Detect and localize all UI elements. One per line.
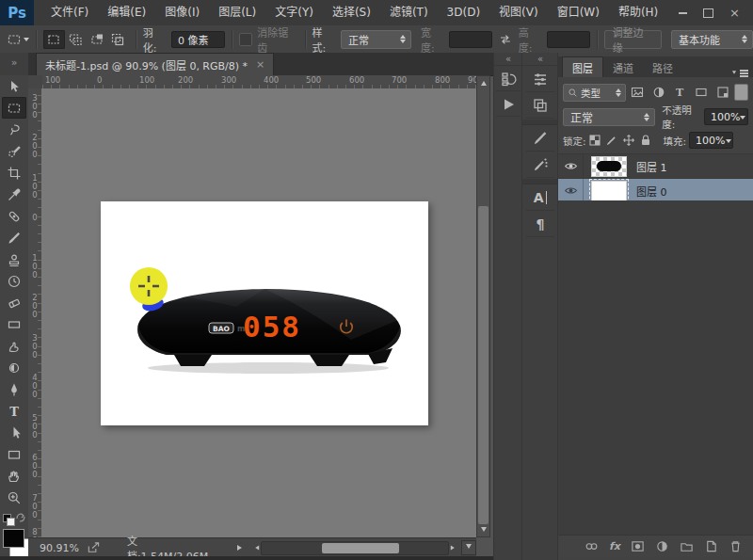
visibility-toggle[interactable]: [558, 179, 584, 202]
tool-preset-picker[interactable]: [7, 32, 29, 47]
tool-pen[interactable]: [2, 378, 26, 400]
scroll-down-button[interactable]: [477, 525, 489, 536]
adjustments-panel-button[interactable]: [526, 67, 554, 92]
menu-edit[interactable]: 编辑(E): [98, 0, 155, 25]
tool-crop[interactable]: [2, 162, 26, 184]
menu-view[interactable]: 视图(V): [489, 0, 548, 25]
new-layer-icon[interactable]: [704, 539, 718, 553]
tool-history-brush[interactable]: [2, 270, 26, 292]
minimize-icon[interactable]: [679, 12, 687, 14]
paragraph-panel-button[interactable]: ¶: [526, 212, 554, 237]
vertical-ruler[interactable]: 300 200 100 0 100 200 300 400 500 600 70…: [28, 88, 42, 537]
vertical-scrollbar[interactable]: [476, 75, 490, 537]
tool-brush[interactable]: [2, 227, 26, 248]
refine-edge-button[interactable]: 调整边缘: [604, 30, 662, 49]
tool-path-selection[interactable]: [2, 422, 26, 443]
new-selection-button[interactable]: [43, 30, 65, 49]
close-icon[interactable]: ×: [729, 8, 740, 18]
filter-pixel-layers-button[interactable]: [629, 84, 648, 101]
layer-name[interactable]: 图层 1: [636, 159, 667, 174]
filter-type-dropdown[interactable]: 类型: [563, 84, 626, 102]
menu-help[interactable]: 帮助(H): [609, 0, 667, 25]
character-panel-button[interactable]: A: [526, 185, 554, 211]
toolbar-collapse-button[interactable]: »: [0, 53, 29, 76]
width-input[interactable]: [449, 31, 492, 48]
style-dropdown[interactable]: 正常: [341, 30, 411, 49]
delete-layer-icon[interactable]: [729, 539, 743, 553]
scrollbar-corner-button[interactable]: [461, 540, 476, 555]
swap-colors-icon[interactable]: [15, 512, 26, 523]
tool-quick-selection[interactable]: [2, 140, 26, 162]
horizontal-scroll-thumb[interactable]: [322, 543, 399, 553]
feather-input[interactable]: 0 像素: [171, 31, 225, 48]
brush-presets-panel-button[interactable]: [526, 152, 554, 178]
share-arrow-icon[interactable]: [87, 541, 101, 554]
menu-type[interactable]: 文字(Y): [265, 0, 323, 25]
fill-field[interactable]: 100%: [689, 132, 733, 149]
layer-thumbnail[interactable]: [591, 181, 627, 201]
document-canvas[interactable]: BAO mi 058: [101, 201, 428, 425]
tool-gradient[interactable]: [2, 313, 26, 335]
menu-layer[interactable]: 图层(L): [209, 0, 265, 25]
tool-zoom[interactable]: [2, 487, 26, 508]
opacity-field[interactable]: 100%: [704, 108, 748, 125]
tool-rectangle-shape[interactable]: [2, 443, 26, 465]
status-options-arrow-icon[interactable]: [237, 545, 245, 551]
workspace-dropdown[interactable]: 基本功能: [671, 30, 753, 49]
filter-adjustment-layers-button[interactable]: [649, 84, 668, 101]
filter-toggle-switch[interactable]: [734, 84, 748, 101]
h-scroll-left-icon[interactable]: [253, 546, 259, 551]
ruler-origin-corner[interactable]: [28, 75, 43, 89]
blend-mode-dropdown[interactable]: 正常: [563, 108, 655, 126]
horizontal-ruler[interactable]: 100 0 100 200 300 400 500 600 700 800 90…: [42, 75, 476, 89]
lock-position-button[interactable]: [620, 132, 637, 149]
lock-transparency-button[interactable]: [586, 132, 603, 149]
layer-thumbnail[interactable]: [591, 156, 627, 177]
tab-layers[interactable]: 图层: [562, 56, 603, 77]
layer-name[interactable]: 图层 0: [636, 184, 667, 199]
brush-panel-button[interactable]: [526, 126, 554, 152]
menu-file[interactable]: 文件(F): [41, 0, 98, 25]
tool-smudge[interactable]: [2, 335, 26, 357]
tool-rectangular-marquee[interactable]: [2, 97, 26, 119]
menu-filter[interactable]: 滤镜(T): [380, 0, 438, 25]
tool-spot-healing-brush[interactable]: [2, 205, 26, 227]
dock-expand-button[interactable]: «: [522, 53, 558, 66]
document-tab[interactable]: 未标题-1.psd @ 90.9% (图层 0, RGB/8) * ×: [36, 53, 274, 75]
tab-paths[interactable]: 路径: [643, 57, 682, 77]
tool-lasso[interactable]: [2, 119, 26, 140]
tab-close-icon[interactable]: ×: [256, 58, 264, 71]
menu-3d[interactable]: 3D(D): [438, 0, 489, 25]
link-layers-icon[interactable]: [585, 539, 599, 553]
foreground-color-swatch[interactable]: [3, 529, 24, 548]
actions-panel-button[interactable]: [496, 92, 521, 117]
zoom-level-field[interactable]: 90.91%: [40, 542, 79, 554]
layer-style-fx-icon[interactable]: fx: [609, 540, 620, 552]
antialias-checkbox[interactable]: [239, 33, 252, 46]
height-input[interactable]: [547, 31, 590, 48]
tool-hand[interactable]: [2, 465, 26, 487]
add-mask-icon[interactable]: [631, 539, 645, 553]
scroll-up-button[interactable]: [477, 76, 489, 88]
swap-dimensions-icon[interactable]: [498, 32, 513, 47]
tab-channels[interactable]: 通道: [603, 57, 643, 77]
menu-window[interactable]: 窗口(W): [548, 0, 609, 25]
panel-menu-button[interactable]: [731, 70, 748, 77]
history-panel-button[interactable]: [496, 67, 521, 91]
tool-eyedropper[interactable]: [2, 184, 26, 205]
add-to-selection-button[interactable]: [65, 30, 87, 49]
h-scroll-right-icon[interactable]: [451, 546, 457, 551]
visibility-toggle[interactable]: [558, 154, 584, 178]
dock-expand-button[interactable]: «: [494, 53, 522, 66]
intersect-selection-button[interactable]: [107, 30, 129, 49]
lock-pixels-button[interactable]: [603, 132, 620, 149]
vertical-scroll-thumb[interactable]: [478, 206, 489, 524]
filter-type-layers-button[interactable]: T: [671, 84, 690, 101]
filter-smart-objects-button[interactable]: [713, 84, 732, 101]
subtract-from-selection-button[interactable]: [86, 30, 107, 49]
new-group-icon[interactable]: [680, 539, 694, 553]
filter-shape-layers-button[interactable]: [692, 84, 711, 101]
menu-select[interactable]: 选择(S): [323, 0, 380, 25]
horizontal-scrollbar[interactable]: [261, 541, 449, 555]
tool-eraser[interactable]: [2, 292, 26, 313]
